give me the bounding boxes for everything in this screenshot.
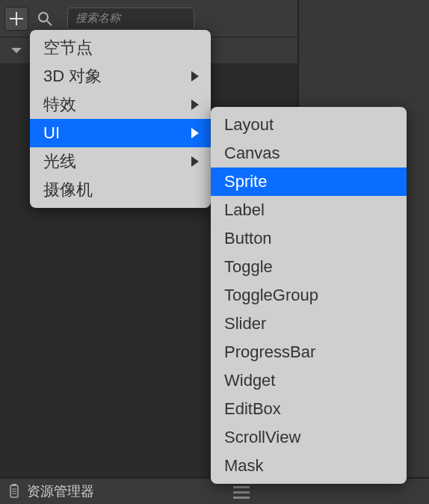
bottom-bar-label: 资源管理器	[27, 482, 94, 500]
svg-rect-3	[12, 484, 16, 486]
svg-rect-9	[233, 497, 250, 499]
menu-item-label: 特效	[43, 93, 76, 116]
create-node-menu: 空节点3D 对象特效UI光线摄像机	[30, 30, 211, 208]
submenu-item[interactable]: ToggleGroup	[211, 281, 407, 310]
menu-item-label: 空节点	[43, 37, 93, 59]
menu-item[interactable]: 摄像机	[30, 176, 211, 204]
menu-icon[interactable]	[233, 486, 250, 500]
svg-line-1	[47, 21, 52, 25]
submenu-item[interactable]: EditBox	[211, 395, 407, 423]
add-button[interactable]	[4, 7, 28, 31]
submenu-item[interactable]: Toggle	[211, 253, 407, 281]
submenu-item[interactable]: ScrollView	[211, 423, 407, 452]
submenu-item[interactable]: Slider	[211, 310, 407, 338]
chevron-right-icon	[191, 128, 199, 138]
submenu-item-label: Toggle	[224, 257, 273, 277]
chevron-right-icon	[191, 99, 199, 110]
submenu-item-label: Button	[224, 229, 272, 248]
submenu-item-label: Layout	[224, 115, 274, 135]
submenu-item-label: ScrollView	[224, 428, 300, 447]
submenu-item-label: ProgressBar	[224, 342, 315, 362]
assets-icon	[7, 484, 19, 499]
search-icon[interactable]	[33, 7, 57, 31]
search-placeholder: 搜索名称	[75, 11, 120, 25]
search-input[interactable]: 搜索名称	[67, 7, 194, 30]
submenu-item[interactable]: Mask	[211, 452, 407, 480]
submenu-item-label: Label	[224, 200, 265, 220]
svg-point-0	[39, 13, 48, 22]
svg-rect-7	[233, 486, 250, 488]
menu-item-label: 摄像机	[43, 179, 93, 201]
submenu-item[interactable]: Label	[211, 196, 407, 224]
submenu-item-label: Sprite	[224, 172, 267, 191]
submenu-item-label: Canvas	[224, 144, 280, 163]
submenu-item[interactable]: ProgressBar	[211, 338, 407, 366]
menu-item-label: UI	[43, 123, 60, 143]
submenu-item-label: Widget	[224, 371, 275, 390]
menu-item[interactable]: UI	[30, 119, 211, 147]
menu-item[interactable]: 3D 对象	[30, 62, 211, 90]
svg-rect-8	[233, 491, 250, 494]
chevron-right-icon	[191, 156, 199, 167]
menu-item[interactable]: 空节点	[30, 34, 211, 62]
submenu-item-label: ToggleGroup	[224, 286, 318, 305]
chevron-down-icon[interactable]	[10, 47, 22, 55]
submenu-item-label: Mask	[224, 456, 264, 476]
submenu-item[interactable]: Sprite	[211, 168, 407, 196]
submenu-item-label: Slider	[224, 314, 266, 334]
ui-submenu: LayoutCanvasSpriteLabelButtonToggleToggl…	[211, 107, 407, 484]
submenu-item-label: EditBox	[224, 399, 281, 419]
menu-item[interactable]: 光线	[30, 147, 211, 176]
submenu-item[interactable]: Button	[211, 224, 407, 253]
submenu-item[interactable]: Layout	[211, 111, 407, 139]
menu-item[interactable]: 特效	[30, 90, 211, 119]
menu-item-label: 3D 对象	[43, 65, 102, 87]
chevron-right-icon	[191, 71, 199, 82]
submenu-item[interactable]: Widget	[211, 366, 407, 395]
submenu-item[interactable]: Canvas	[211, 139, 407, 168]
menu-item-label: 光线	[43, 150, 76, 173]
